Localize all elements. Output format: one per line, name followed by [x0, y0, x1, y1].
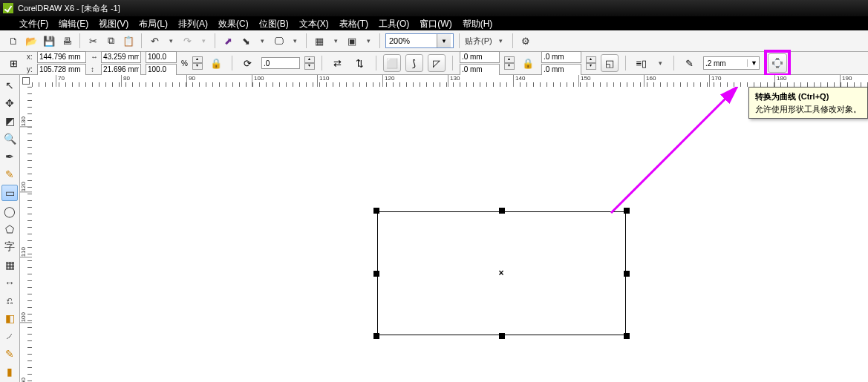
- menu-view[interactable]: 视图(V): [99, 18, 128, 30]
- export-dropdown-icon[interactable]: ▾: [256, 35, 268, 47]
- rectangle-tool-icon[interactable]: ▭: [1, 185, 18, 201]
- publish-icon[interactable]: 🖵: [271, 33, 286, 48]
- menu-layout[interactable]: 布局(L): [139, 18, 168, 30]
- corner1-input[interactable]: [460, 51, 500, 63]
- handle-tc[interactable]: [499, 208, 505, 214]
- scale-y-input[interactable]: [146, 64, 177, 76]
- lock-corner-icon[interactable]: 🔒: [519, 54, 537, 72]
- undo-dropdown-icon[interactable]: ▾: [165, 35, 177, 47]
- zoom-tool-icon[interactable]: 🔍: [2, 131, 17, 146]
- launcher-icon[interactable]: ▣: [345, 33, 359, 48]
- scale-x-input[interactable]: [146, 51, 177, 63]
- grid-dropdown-icon[interactable]: ▾: [330, 35, 342, 47]
- open-icon[interactable]: 📂: [24, 33, 39, 48]
- handle-bl[interactable]: [373, 333, 379, 339]
- handle-mr[interactable]: [624, 271, 630, 277]
- snap-dropdown-icon[interactable]: ▾: [495, 35, 507, 47]
- handle-br[interactable]: [624, 333, 630, 339]
- text-wrap-icon[interactable]: ≡▯: [633, 54, 650, 72]
- smart-fill-icon[interactable]: ✎: [2, 167, 17, 182]
- outline-width-combo[interactable]: .2 mm ▼: [703, 56, 760, 70]
- ruler-horizontal[interactable]: 70 80 90 100 110 120 130 140 150 160 170…: [32, 75, 868, 88]
- zoom-dropdown-icon[interactable]: ▼: [437, 34, 451, 47]
- handle-bc[interactable]: [499, 333, 505, 339]
- main-area: ↖ ✥ ◩ 🔍 ✒ ✎ ▭ ◯ ⬠ 字 ▦ ↔ ⎌ ◧ ⟋ ✎ ▮ 70 80 …: [0, 75, 868, 382]
- relative-corner-icon[interactable]: ◱: [601, 54, 619, 72]
- menu-file[interactable]: 文件(F): [19, 18, 48, 30]
- publish-dropdown-icon[interactable]: ▾: [289, 35, 301, 47]
- polygon-tool-icon[interactable]: ⬠: [2, 222, 17, 237]
- corner34-spinners[interactable]: ▴▾: [586, 56, 596, 70]
- text-tool-icon[interactable]: 字: [2, 240, 17, 254]
- corner-round-icon[interactable]: ⬜: [383, 54, 401, 72]
- pick-tool-icon[interactable]: ↖: [2, 78, 17, 93]
- mirror-h-icon[interactable]: ⇄: [329, 54, 347, 72]
- grid-icon[interactable]: ▦: [312, 33, 327, 48]
- fill-tool-icon[interactable]: ▮: [2, 364, 17, 379]
- shape-tool-icon[interactable]: ✥: [2, 96, 17, 111]
- menu-text[interactable]: 文本(X): [299, 18, 329, 30]
- menu-table[interactable]: 表格(T): [339, 18, 368, 30]
- lock-ratio-icon[interactable]: 🔒: [207, 54, 225, 72]
- redo-icon[interactable]: ↷: [180, 33, 195, 48]
- zoom-input[interactable]: [386, 36, 437, 45]
- separator: [232, 56, 232, 70]
- scale-spinners[interactable]: ▴▾: [192, 56, 203, 70]
- ellipse-tool-icon[interactable]: ◯: [2, 204, 17, 219]
- rotation-spinners[interactable]: ▴▾: [304, 56, 315, 70]
- menu-arrange[interactable]: 排列(A): [178, 18, 208, 30]
- handle-tl[interactable]: [373, 208, 379, 214]
- height-input[interactable]: [101, 64, 141, 76]
- menubar[interactable]: 文件(F) 编辑(E) 视图(V) 布局(L) 排列(A) 效果(C) 位图(B…: [0, 17, 868, 30]
- corner-chamfer-icon[interactable]: ◸: [428, 54, 446, 72]
- undo-icon[interactable]: ↶: [147, 33, 162, 48]
- corner2-input[interactable]: [460, 64, 500, 76]
- copy-icon[interactable]: ⧉: [103, 33, 118, 48]
- text-wrap-dropdown-icon[interactable]: ▾: [655, 57, 667, 69]
- interactive-tool-icon[interactable]: ◧: [2, 311, 17, 326]
- connector-tool-icon[interactable]: ⎌: [2, 293, 17, 308]
- handle-ml[interactable]: [373, 271, 379, 277]
- menu-help[interactable]: 帮助(H): [463, 18, 493, 30]
- convert-curves-button[interactable]: [768, 53, 787, 73]
- table-tool-icon[interactable]: ▦: [2, 257, 17, 272]
- y-input[interactable]: [37, 64, 86, 76]
- crop-tool-icon[interactable]: ◩: [2, 113, 17, 128]
- outline-tool-icon[interactable]: ✎: [2, 346, 17, 361]
- canvas[interactable]: × 转换为曲线 (Ctrl+Q) 允许使用形状工具修改对象。: [32, 87, 868, 382]
- menu-window[interactable]: 窗口(W): [420, 18, 451, 30]
- rectangle-object[interactable]: ×: [377, 211, 626, 335]
- mirror-v-icon[interactable]: ⇅: [351, 54, 369, 72]
- width-input[interactable]: [101, 51, 141, 63]
- import-icon[interactable]: ⬈: [221, 33, 235, 48]
- save-icon[interactable]: 💾: [42, 33, 56, 48]
- new-icon[interactable]: 🗋: [6, 33, 21, 48]
- ruler-vertical[interactable]: 130 120 110 100 90: [20, 87, 33, 382]
- options-icon[interactable]: ⚙: [518, 33, 533, 48]
- dimension-tool-icon[interactable]: ↔: [2, 275, 17, 290]
- cut-icon[interactable]: ✂: [85, 33, 100, 48]
- corner12-spinners[interactable]: ▴▾: [504, 56, 515, 70]
- center-marker[interactable]: ×: [499, 268, 504, 278]
- outline-dropdown-icon[interactable]: ▼: [747, 59, 757, 67]
- corner3-input[interactable]: [541, 51, 581, 63]
- x-input[interactable]: [37, 51, 86, 63]
- snap-label[interactable]: 贴齐(P): [465, 36, 492, 47]
- freehand-tool-icon[interactable]: ✒: [2, 149, 17, 164]
- ruler-corner[interactable]: [20, 75, 33, 88]
- eyedropper-icon[interactable]: ⟋: [2, 329, 17, 343]
- export-icon[interactable]: ⬊: [238, 33, 253, 48]
- corner4-input[interactable]: [541, 64, 581, 76]
- menu-tool[interactable]: 工具(O): [379, 18, 409, 30]
- menu-edit[interactable]: 编辑(E): [59, 18, 88, 30]
- paste-icon[interactable]: 📋: [121, 33, 136, 48]
- redo-dropdown-icon[interactable]: ▾: [198, 35, 209, 47]
- zoom-combo[interactable]: ▼: [385, 33, 454, 48]
- launcher-dropdown-icon[interactable]: ▾: [362, 35, 374, 47]
- rotation-input[interactable]: [261, 57, 300, 69]
- menu-effect[interactable]: 效果(C): [218, 18, 249, 30]
- menu-bitmap[interactable]: 位图(B): [259, 18, 289, 30]
- corner-scallop-icon[interactable]: ⟆: [405, 54, 423, 72]
- print-icon[interactable]: 🖶: [59, 33, 74, 48]
- handle-tr[interactable]: [624, 208, 630, 214]
